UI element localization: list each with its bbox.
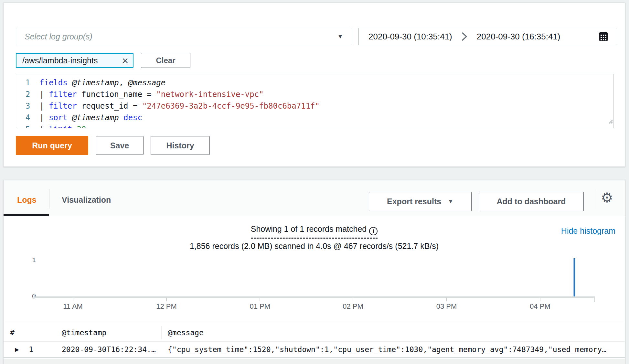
dropdown-caret-icon: ▼ (337, 33, 343, 40)
column-divider (161, 326, 162, 339)
table-row[interactable]: ▶ 1 2020-09-30T16:22:34.… {"cpu_system_t… (4, 342, 625, 358)
tab-divider (49, 189, 49, 209)
query-line: 1fields @timestamp, @message (16, 77, 613, 89)
x-axis-left-cap (34, 294, 35, 298)
results-tabbar: Logs Visualization Export results ▼ Add … (4, 180, 625, 216)
query-editor-lines: 1fields @timestamp, @message2| filter fu… (16, 77, 613, 128)
column-header-message: @message (168, 323, 204, 342)
query-line: 3| filter request_id = "247e6369-3a2b-4c… (16, 100, 613, 112)
log-group-placeholder: Select log group(s) (25, 32, 92, 41)
results-card: Logs Visualization Export results ▼ Add … (3, 180, 625, 364)
x-axis-tick (73, 298, 73, 301)
chevron-right-icon (461, 32, 468, 41)
column-header-timestamp: @timestamp (62, 323, 106, 342)
export-results-button[interactable]: Export results ▼ (369, 192, 472, 211)
x-axis-tick (540, 298, 540, 301)
add-to-dashboard-button[interactable]: Add to dashboard (479, 192, 584, 211)
results-table-header: # @timestamp @message (4, 323, 625, 342)
y-axis-tick-label: 1 (26, 256, 36, 264)
column-header-number: # (10, 323, 15, 342)
query-line: 2| filter function_name = "network-inten… (16, 89, 613, 100)
tab-logs[interactable]: Logs (17, 195, 37, 205)
y-axis-tick-label: 0 (26, 292, 36, 300)
x-axis-tick (166, 298, 167, 301)
records-scanned-text: 1,856 records (2.0 MB) scanned in 4.0s @… (4, 241, 625, 251)
gear-icon[interactable]: ⚙ (601, 191, 613, 205)
histogram-bar (573, 258, 575, 296)
history-button[interactable]: History (151, 136, 210, 155)
records-matched-line: Showing 1 of 1 records matchedi (251, 224, 378, 239)
selected-log-group-label: /aws/lambda-insights (22, 56, 98, 65)
row-message: {"cpu_system_time":1520,"shutdown":1,"cp… (168, 342, 620, 358)
export-results-label: Export results (387, 197, 441, 206)
save-button[interactable]: Save (96, 136, 144, 155)
x-axis-right-cap (594, 296, 595, 302)
x-axis-line (34, 296, 594, 298)
query-editor[interactable]: 1fields @timestamp, @message2| filter fu… (16, 74, 614, 128)
expand-row-icon[interactable]: ▶ (15, 342, 19, 358)
run-query-button[interactable]: Run query (16, 136, 88, 155)
x-axis-tick-label: 01 PM (250, 302, 271, 311)
active-tab-underline (4, 214, 49, 216)
info-icon[interactable]: i (369, 227, 378, 235)
hide-histogram-link[interactable]: Hide histogram (561, 226, 615, 236)
date-range-picker[interactable]: 2020-09-30 (10:35:41) 2020-09-30 (16:35:… (358, 28, 617, 45)
remove-log-group-icon[interactable]: × (122, 55, 128, 66)
resize-handle-icon[interactable] (608, 115, 613, 127)
x-axis-tick-label: 02 PM (343, 302, 363, 311)
row-number: 1 (29, 342, 33, 358)
table-footer-strip (4, 359, 625, 364)
x-axis-tick (353, 298, 353, 301)
tab-visualization[interactable]: Visualization (62, 195, 111, 205)
calendar-icon[interactable] (599, 31, 608, 42)
x-axis-tick-label: 12 PM (156, 302, 177, 311)
x-axis-tick (260, 298, 260, 301)
query-line: 4| sort @timestamp desc (16, 112, 613, 123)
log-group-select[interactable]: Select log group(s) ▼ (16, 28, 352, 45)
cloudwatch-logs-insights-page: Select log group(s) ▼ 2020-09-30 (10:35:… (0, 0, 629, 364)
query-status: Showing 1 of 1 records matchedi 1,856 re… (4, 224, 625, 251)
x-axis-tick-label: 04 PM (530, 302, 550, 311)
toolbar-divider (597, 189, 597, 209)
selected-log-group-tag: /aws/lambda-insights × (16, 53, 133, 68)
query-builder-card: Select log group(s) ▼ 2020-09-30 (10:35:… (3, 3, 625, 167)
date-range-end: 2020-09-30 (16:35:41) (477, 32, 560, 42)
clear-button[interactable]: Clear (141, 53, 190, 68)
query-line: 5| limit 20 (16, 123, 613, 128)
x-axis-tick-label: 03 PM (436, 302, 457, 311)
records-matched-text: Showing 1 of 1 records matched (251, 224, 367, 233)
row-timestamp: 2020-09-30T16:22:34.… (62, 342, 156, 358)
date-range-start: 2020-09-30 (10:35:41) (368, 32, 452, 42)
dropdown-caret-icon: ▼ (448, 198, 453, 205)
x-axis-tick-label: 11 AM (63, 302, 83, 311)
x-axis-tick (446, 298, 447, 301)
